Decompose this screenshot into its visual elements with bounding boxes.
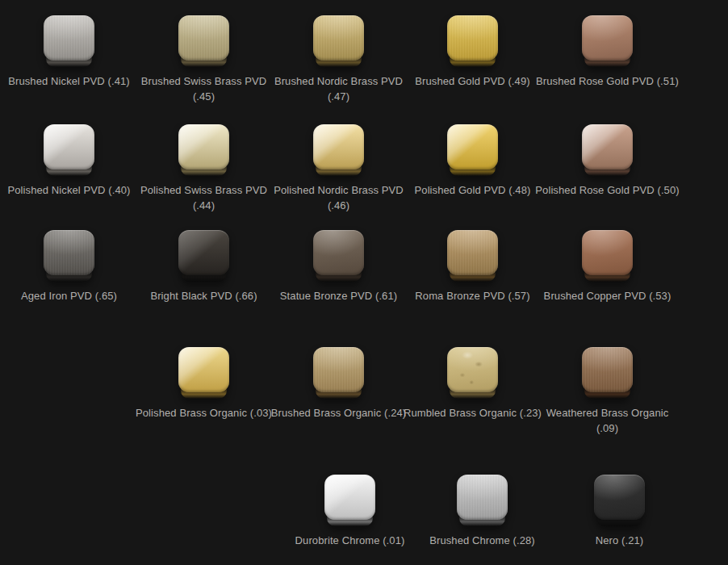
swatch-face [582, 347, 633, 392]
finish-option[interactable]: Bright Black PVD (.66) [136, 230, 271, 303]
finish-option[interactable]: Polished Nickel PVD (.40) [2, 124, 136, 198]
finish-swatch[interactable] [594, 475, 645, 526]
finish-label: Polished Brass Organic (.03) [128, 405, 281, 421]
finish-option[interactable]: Polished Swiss Brass PVD (.44) [136, 124, 271, 213]
finish-swatch[interactable] [582, 124, 633, 176]
swatch-face [447, 15, 498, 61]
finish-label: Polished Swiss Brass PVD (.44) [128, 182, 281, 213]
finish-option[interactable]: Brushed Swiss Brass PVD (.45) [136, 15, 271, 104]
finish-swatch[interactable] [44, 124, 94, 176]
finish-label: Statue Bronze PVD (.61) [262, 288, 416, 303]
swatch-face [178, 347, 229, 392]
finish-label: Polished Nordic Brass PVD (.46) [262, 182, 416, 213]
swatch-face [582, 124, 633, 170]
finish-option[interactable]: Polished Gold PVD (.48) [405, 124, 540, 198]
swatch-face [178, 15, 229, 61]
finish-option[interactable]: Polished Rose Gold PVD (.50) [540, 124, 675, 198]
finish-option[interactable]: Brushed Rose Gold PVD (.51) [540, 15, 675, 89]
finish-swatch[interactable] [582, 230, 633, 282]
finish-swatch[interactable] [447, 230, 498, 282]
finish-option[interactable]: Roma Bronze PVD (.57) [405, 230, 540, 303]
swatch-face [178, 124, 229, 170]
finish-label: Polished Rose Gold PVD (.50) [531, 182, 684, 198]
swatch-face [178, 230, 229, 275]
finish-option[interactable]: Nero (.21) [552, 475, 687, 548]
finish-label: Roma Bronze PVD (.57) [396, 288, 550, 303]
finish-label: Durobrite Chrome (.01) [274, 533, 427, 548]
finish-option[interactable]: Aged Iron PVD (.65) [2, 230, 136, 303]
finish-swatch[interactable] [178, 230, 229, 282]
swatch-face [313, 15, 364, 61]
finish-swatch[interactable] [44, 15, 94, 67]
finish-option[interactable]: Durobrite Chrome (.01) [282, 475, 417, 548]
swatch-face [44, 124, 94, 170]
finish-label: Bright Black PVD (.66) [128, 288, 281, 303]
finish-label: Rumbled Brass Organic (.23) [396, 405, 550, 421]
finish-option[interactable]: Brushed Gold PVD (.49) [405, 15, 540, 89]
swatch-face [324, 475, 375, 520]
swatch-face [44, 230, 94, 275]
finish-label: Polished Gold PVD (.48) [396, 182, 550, 198]
finish-option[interactable]: Brushed Brass Organic (.24) [271, 347, 406, 421]
finish-swatch[interactable] [447, 347, 498, 399]
finish-swatch[interactable] [313, 347, 364, 399]
finish-label: Brushed Rose Gold PVD (.51) [531, 73, 684, 89]
finish-swatch[interactable] [178, 347, 229, 399]
finish-swatch[interactable] [313, 15, 364, 67]
finish-label: Polished Nickel PVD (.40) [0, 182, 146, 198]
finish-label: Weathered Brass Organic (.09) [531, 405, 684, 436]
finish-swatch[interactable] [313, 230, 364, 282]
finish-label: Brushed Nordic Brass PVD (.47) [262, 73, 416, 104]
swatch-face [447, 347, 498, 392]
finish-swatch[interactable] [582, 15, 633, 67]
swatch-face [582, 230, 633, 275]
finish-option[interactable]: Brushed Chrome (.28) [415, 475, 550, 548]
finish-label: Aged Iron PVD (.65) [0, 288, 146, 303]
finish-label: Brushed Copper PVD (.53) [531, 288, 684, 303]
finish-label: Brushed Brass Organic (.24) [262, 405, 416, 421]
swatch-face [44, 15, 94, 61]
finish-option[interactable]: Weathered Brass Organic (.09) [540, 347, 675, 436]
finish-label: Brushed Nickel PVD (.41) [0, 73, 146, 89]
finish-swatch[interactable] [447, 15, 498, 67]
swatch-face [313, 347, 364, 392]
swatch-face [594, 475, 645, 520]
finish-grid: Brushed Nickel PVD (.41)Brushed Swiss Br… [0, 0, 728, 565]
finish-option[interactable]: Brushed Nordic Brass PVD (.47) [271, 15, 406, 104]
finish-swatch[interactable] [324, 475, 375, 526]
swatch-face [447, 124, 498, 170]
finish-option[interactable]: Polished Nordic Brass PVD (.46) [271, 124, 406, 213]
finish-label: Brushed Swiss Brass PVD (.45) [128, 73, 281, 104]
swatch-face [457, 475, 508, 520]
finish-swatch[interactable] [457, 475, 508, 526]
swatch-face [447, 230, 498, 275]
finish-option[interactable]: Polished Brass Organic (.03) [136, 347, 271, 421]
finish-swatch[interactable] [582, 347, 633, 399]
finish-swatch[interactable] [44, 230, 94, 282]
finish-option[interactable]: Brushed Nickel PVD (.41) [2, 15, 136, 89]
finish-swatch[interactable] [178, 15, 229, 67]
finish-swatch[interactable] [313, 124, 364, 176]
swatch-face [313, 230, 364, 275]
finish-swatch[interactable] [178, 124, 229, 176]
finish-label: Brushed Chrome (.28) [406, 533, 559, 548]
swatch-face [313, 124, 364, 170]
finish-label: Brushed Gold PVD (.49) [396, 73, 550, 89]
swatch-face [582, 15, 633, 61]
finish-label: Nero (.21) [543, 533, 697, 548]
finish-swatch[interactable] [447, 124, 498, 176]
finish-option[interactable]: Rumbled Brass Organic (.23) [405, 347, 540, 421]
finish-option[interactable]: Brushed Copper PVD (.53) [540, 230, 675, 303]
finish-option[interactable]: Statue Bronze PVD (.61) [271, 230, 406, 303]
